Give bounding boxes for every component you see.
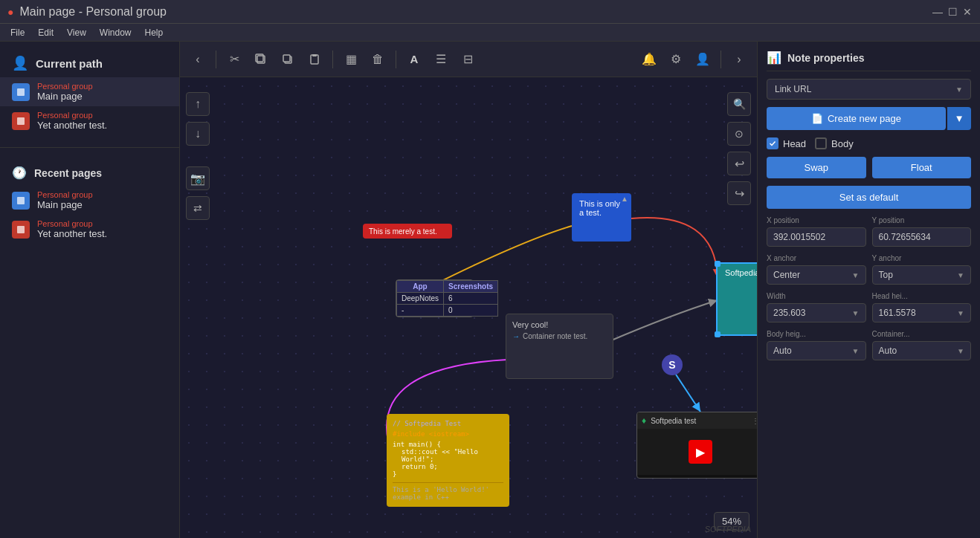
separator3 [396,51,396,68]
create-page-dropdown-btn[interactable]: ▼ [947,107,971,130]
menu-edit[interactable]: Edit [32,26,59,39]
node-code-main: int main() { std::cout << "Hello World!"… [393,441,503,478]
up-button[interactable]: ↑ [186,92,210,116]
settings-button[interactable]: ⚙ [664,48,688,71]
extra-fields: Body heig... Auto ▼ Container... Auto ▼ [767,330,971,360]
recent-main-text: Personal group Main page [37,190,93,210]
node-blue-test[interactable]: This is only a test. ▲ [572,193,631,242]
width-dropdown[interactable]: 235.603 ▼ [767,303,866,323]
width-arrow[interactable]: ▼ [852,309,860,317]
text-button[interactable]: A [402,48,426,71]
container-dropdown[interactable]: Auto ▼ [872,341,972,360]
x-anchor-dropdown[interactable]: Center ▼ [767,265,866,285]
body-hei-dropdown[interactable]: Auto ▼ [767,341,866,360]
sidebar-item-main-page[interactable]: Personal group Main page [0,77,179,106]
align-button[interactable]: ⊟ [456,48,480,71]
main-page-name: Main page [37,91,93,102]
create-page-label: Create new page [828,113,901,124]
user-button[interactable]: 👤 [691,48,715,71]
body-checkbox[interactable] [815,137,827,149]
swap-button[interactable]: Swap [767,157,866,178]
node-code[interactable]: // Softpedia Test #include <iostream> in… [387,414,509,507]
undo-button[interactable]: ↩ [727,152,751,175]
close-button[interactable]: ✕ [962,7,973,17]
forward-button[interactable]: › [727,48,751,71]
handle-bl[interactable] [715,331,721,337]
create-page-button[interactable]: 📄 Create new page [767,107,946,130]
delete-button[interactable]: 🗑 [366,48,390,71]
yet-another-text: Personal group Yet another test. [37,111,107,131]
y-anchor-dropdown[interactable]: Top ▼ [872,265,972,285]
menu-file[interactable]: File [4,26,30,39]
zoom-in-button[interactable]: 🔍 [727,92,751,116]
menu-view[interactable]: View [61,26,92,39]
panel-header: 📊 Note properties [767,51,971,71]
x-anchor-arrow[interactable]: ▼ [852,271,860,279]
body-checkbox-item[interactable]: Body [815,137,854,149]
svg-rect-7 [283,55,290,62]
head-hei-group: Head hei... 161.5578 ▼ [872,292,972,323]
menu-help[interactable]: Help [139,26,170,39]
copy-button[interactable] [276,48,300,71]
maximize-button[interactable]: ☐ [947,7,958,17]
node-video-thumb[interactable]: ▶ [637,429,757,475]
position-fields: X position 392.0015502 Y position 60.726… [767,216,971,247]
container-label: Container... [872,330,972,338]
y-anchor-arrow[interactable]: ▼ [957,271,964,279]
zoom-fit-button[interactable]: ⊙ [727,122,751,146]
link-url-dropdown[interactable]: Link URL ▼ [767,79,971,100]
body-hei-arrow[interactable]: ▼ [852,347,860,355]
float-button[interactable]: Float [872,157,972,178]
svg-rect-9 [312,54,317,56]
toolbar-right: 🔔 ⚙ 👤 › [637,48,751,71]
bell-button[interactable]: 🔔 [637,48,661,71]
head-checkbox-item[interactable]: Head [767,137,806,149]
yet-another-icon [12,112,30,130]
y-position-value[interactable]: 60.72655634 [872,227,972,247]
grid-button[interactable]: ▦ [339,48,363,71]
node-video[interactable]: ♦ Softpedia test ⋮ ▶ [636,412,757,479]
menu-window[interactable]: Window [94,26,138,39]
container-arrow[interactable]: ▼ [957,347,964,355]
down-button[interactable]: ↓ [186,122,210,146]
x-anchor-group: X anchor Center ▼ [767,254,866,285]
yet-another-group: Personal group [37,111,107,120]
node-container[interactable]: Very cool! → Container note test. [506,314,613,379]
head-hei-arrow[interactable]: ▼ [957,309,964,317]
swap-float-row: Swap Float [767,157,971,178]
titlebar: ● Main page - Personal group — ☐ ✕ [0,0,980,24]
search-replace-button[interactable]: ⇄ [186,196,210,220]
node-code-caption: This is a 'Hello World!' example in C++ [393,482,503,501]
node-table[interactable]: AppScreenshots DeepNotes6 -0 [396,279,474,317]
sidebar-item-yet-another[interactable]: Personal group Yet another test. [0,106,179,135]
head-checkbox[interactable] [767,137,778,149]
node-s[interactable]: S [662,354,683,375]
link-url-row: Link URL ▼ [767,79,971,100]
copy-page-button[interactable] [249,48,273,71]
sidebar: 👤 Current path Personal group Main page … [0,42,180,538]
node-container-title: Very cool! [512,320,607,329]
sidebar-recent-main-page[interactable]: Personal group Main page [0,186,179,215]
back-button[interactable]: ‹ [186,48,210,71]
head-hei-dropdown[interactable]: 161.5578 ▼ [872,303,972,323]
sidebar-recent-yet-another[interactable]: Personal group Yet another test. [0,215,179,244]
set-default-button[interactable]: Set as default [767,186,971,209]
app-icon: ● [7,6,13,18]
node-red-test[interactable]: This is merely a test. [363,224,452,239]
paste-button[interactable] [303,48,326,71]
handle-tl[interactable] [715,261,721,267]
cut-button[interactable]: ✂ [222,48,246,71]
canvas[interactable]: ↑ ↓ 📷 ⇄ 🔍 ⊙ ↩ ↪ This is only a test. ▲ T… [180,77,757,538]
play-button[interactable]: ▶ [689,440,712,464]
redo-button[interactable]: ↪ [727,181,751,205]
current-path-header: 👤 Current path [0,49,179,77]
minimize-button[interactable]: — [932,7,943,17]
x-position-value[interactable]: 392.0015502 [767,227,866,247]
sidebar-divider [0,147,179,148]
node-video-title: Softpedia test [651,417,696,425]
camera-button[interactable]: 📷 [186,166,210,190]
list-button[interactable]: ☰ [429,48,453,71]
node-softpedia-test[interactable]: Softpedia Test › [718,264,757,334]
node-collapse-btn[interactable]: ▲ [621,195,628,203]
recent-yet-another-group: Personal group [37,219,107,228]
